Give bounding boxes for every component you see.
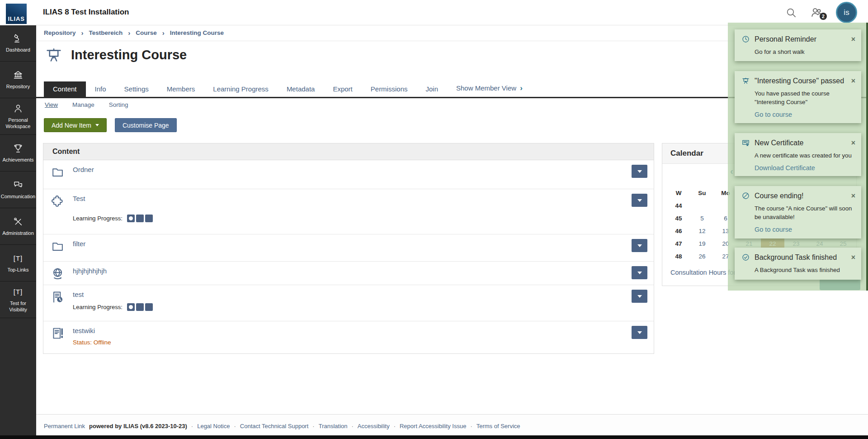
footer-link[interactable]: Translation <box>319 423 348 429</box>
breadcrumb-link[interactable]: Interesting Course <box>170 29 224 36</box>
subtab-manage[interactable]: Manage <box>72 101 94 108</box>
item-actions-dropdown[interactable] <box>632 266 647 279</box>
close-icon[interactable]: × <box>851 139 855 147</box>
sidebar-item-communication[interactable]: Communication <box>0 172 36 208</box>
bracket-t-icon: [T] <box>14 286 23 297</box>
list-item: testLearning Progress: <box>43 285 654 321</box>
item-actions-dropdown[interactable] <box>632 165 647 178</box>
slash-circle-icon <box>741 191 750 200</box>
content-panel: Content OrdnerTestLearning Progress:filt… <box>43 143 654 354</box>
item-actions-dropdown[interactable] <box>632 239 647 252</box>
item-link[interactable]: Test <box>73 195 85 202</box>
toast-title: Course ending! <box>755 192 847 200</box>
toast-action-link[interactable]: Go to course <box>755 111 855 118</box>
close-icon[interactable]: × <box>851 36 855 43</box>
list-item: Ordner <box>43 160 654 189</box>
sidebar-item-personal-workspace[interactable]: Personal Workspace <box>0 98 36 135</box>
sidebar-item-test-for-visibility[interactable]: [T]Test for Visibility <box>0 282 36 318</box>
toast-action-link[interactable]: Download Certificate <box>755 164 855 172</box>
sidebar-item-administration[interactable]: Administration <box>0 208 36 245</box>
toast-notification: New Certificate×A new certificate was cr… <box>735 133 861 176</box>
tab-export[interactable]: Export <box>324 81 361 97</box>
tab-content[interactable]: Content <box>44 81 86 97</box>
item-actions-dropdown[interactable] <box>632 326 647 339</box>
tab-settings[interactable]: Settings <box>115 81 158 97</box>
breadcrumb-link[interactable]: Repository <box>44 29 76 36</box>
permanent-link[interactable]: Permanent Link <box>44 423 85 429</box>
tools-icon <box>13 216 24 227</box>
calendar-day[interactable]: 26 <box>690 250 714 262</box>
toast-title: New Certificate <box>755 139 847 147</box>
calendar-col-header: W <box>667 186 690 199</box>
chevron-right-icon: › <box>162 29 165 37</box>
tab-learning-progress[interactable]: Learning Progress <box>204 81 278 97</box>
caret-down-icon <box>637 244 642 247</box>
breadcrumb-link[interactable]: Course <box>136 29 157 36</box>
chevron-right-icon: › <box>81 29 84 37</box>
close-icon[interactable]: × <box>851 254 855 261</box>
sidebar-item-top-links[interactable]: [T]Top-Links <box>0 245 36 282</box>
item-link[interactable]: test <box>73 291 84 298</box>
calendar-week-number: 45 <box>667 212 690 224</box>
footer-link[interactable]: Legal Notice <box>197 423 230 429</box>
avatar-initials: is <box>844 8 849 17</box>
learning-progress-label: Learning Progress: <box>73 304 123 310</box>
item-actions-dropdown[interactable] <box>632 290 647 303</box>
tab-members[interactable]: Members <box>158 81 204 97</box>
chevron-right-icon: › <box>520 84 523 92</box>
tab-permissions[interactable]: Permissions <box>362 81 417 97</box>
calendar-day[interactable]: 19 <box>690 237 714 250</box>
powered-by-text: powered by ILIAS (v8.6 2023-10-23) <box>89 423 187 429</box>
toast-action-link[interactable]: Go to course <box>755 226 855 233</box>
consultation-hours-link[interactable]: Consultation Hours for <box>670 269 736 276</box>
subtabs-bar: ViewManageSorting <box>45 101 128 108</box>
item-link[interactable]: filter <box>73 240 85 248</box>
toast-title: Background Task finished <box>755 253 847 262</box>
course-icon <box>741 76 750 85</box>
user-avatar[interactable]: is <box>836 2 857 23</box>
folder-icon <box>51 165 65 179</box>
close-icon[interactable]: × <box>851 192 855 200</box>
tab-info[interactable]: Info <box>86 81 115 97</box>
customise-page-button[interactable]: Customise Page <box>115 118 177 132</box>
subtab-view[interactable]: View <box>45 101 58 108</box>
subtab-sorting[interactable]: Sorting <box>109 101 128 108</box>
caret-down-icon <box>637 272 642 274</box>
tab-join[interactable]: Join <box>416 81 447 97</box>
toast-body: A Background Task was finished <box>755 266 855 274</box>
check-circle-icon <box>741 253 750 262</box>
header-actions: 2 is <box>785 0 857 25</box>
logo-text: ILIAS <box>8 15 24 22</box>
add-new-item-button[interactable]: Add New Item <box>44 118 107 132</box>
course-icon <box>44 46 64 64</box>
calendar-week-number: 47 <box>667 237 690 250</box>
sidebar-item-label: Top-Links <box>6 267 30 273</box>
toolbar: Add New ItemCustomise Page <box>44 118 177 132</box>
file-clock-icon <box>51 290 65 304</box>
tab-metadata[interactable]: Metadata <box>278 81 324 97</box>
learning-progress: Learning Progress: <box>73 303 654 311</box>
close-icon[interactable]: × <box>851 77 855 85</box>
sidebar-item-label: Achievements <box>1 157 35 163</box>
item-link[interactable]: testwiki <box>73 327 95 334</box>
ilias-logo[interactable]: ILIAS <box>6 4 27 24</box>
footer-link[interactable]: Contact Technical Support <box>240 423 309 429</box>
footer-link[interactable]: Terms of Service <box>476 423 520 429</box>
breadcrumb-link[interactable]: Testbereich <box>89 29 123 36</box>
users-online-icon[interactable]: 2 <box>810 6 823 19</box>
footer-link[interactable]: Report Accessibility Issue <box>400 423 466 429</box>
item-link[interactable]: Ordner <box>73 166 94 173</box>
calendar-day[interactable]: 5 <box>690 212 714 224</box>
sidebar-item-label: Repository <box>5 84 32 90</box>
search-icon[interactable] <box>785 7 797 19</box>
app-title: ILIAS 8 Test Installation <box>43 8 129 17</box>
sidebar-item-achievements[interactable]: Achievements <box>0 135 36 172</box>
sidebar-item-repository[interactable]: Repository <box>0 62 36 98</box>
item-actions-dropdown[interactable] <box>632 194 647 207</box>
calendar-day[interactable]: 12 <box>690 224 714 237</box>
footer-link[interactable]: Accessibility <box>358 423 390 429</box>
item-link[interactable]: hjhjhjhhjhjh <box>73 267 107 275</box>
footer-separator: · <box>191 423 193 429</box>
tab-show-member-view[interactable]: Show Member View› <box>447 80 532 97</box>
sidebar-item-dashboard[interactable]: Dashboard <box>0 25 36 62</box>
